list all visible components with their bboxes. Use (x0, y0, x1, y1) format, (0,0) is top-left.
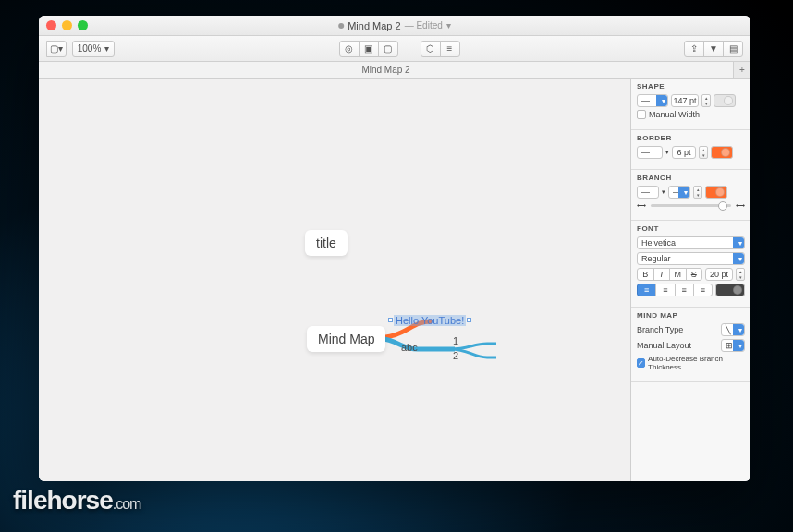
medium-button[interactable]: M (669, 268, 687, 281)
node-abc[interactable]: abc (401, 342, 418, 353)
watermark-name: filehorse (13, 486, 113, 514)
shape-color-swatch[interactable] (714, 94, 736, 107)
title-text: Mind Map 2 (348, 20, 400, 31)
branch-type-select[interactable]: ╲ (721, 323, 745, 336)
branch-style-select[interactable]: — (637, 186, 659, 199)
inspector-panel: SHAPE — 147 pt ▴▾ Manual Width BORDER — … (630, 79, 750, 481)
border-section: BORDER — ▾ 6 pt ▴▾ (631, 130, 750, 170)
italic-button[interactable]: I (653, 268, 671, 281)
node-2[interactable]: 2 (453, 350, 458, 361)
zoom-value: 100% (78, 43, 102, 54)
font-color-swatch[interactable] (715, 284, 745, 296)
border-color-swatch[interactable] (711, 146, 733, 159)
view-mode-segment: ▢▾ (46, 41, 67, 57)
node-selected[interactable]: Hello YouTube! (394, 315, 466, 326)
node-1[interactable]: 1 (453, 335, 458, 346)
manual-width-checkbox[interactable] (637, 110, 646, 119)
font-section: FONT Helvetica Regular B I M S 20 pt ▴▾ (631, 221, 750, 308)
manual-layout-label: Manual Layout (637, 341, 718, 350)
font-title: FONT (637, 224, 745, 233)
node-root[interactable]: Mind Map (307, 326, 385, 352)
app-window: Mind Map 2 — Edited ▾ ▢▾ 100% ▾ ◎ ▣ ▢ ⬡ … (39, 16, 750, 481)
font-family-select[interactable]: Helvetica (637, 236, 745, 249)
focus-button[interactable]: ◎ (339, 41, 360, 57)
bold-button[interactable]: B (637, 268, 654, 281)
add-tab-button[interactable]: + (734, 62, 750, 78)
view-menu-button[interactable]: ▢▾ (46, 41, 67, 57)
traffic-lights (46, 20, 88, 30)
node-title[interactable]: title (305, 230, 348, 256)
chevron-down-icon: ▾ (104, 43, 109, 54)
edited-label: — Edited (405, 20, 443, 30)
minimize-icon[interactable] (62, 20, 72, 30)
branch-stepper[interactable]: ▴▾ (693, 186, 702, 199)
shape-width-input[interactable]: 147 pt (671, 94, 699, 107)
auto-decrease-label: Auto-Decrease Branch Thickness (648, 355, 745, 371)
font-size-input[interactable]: 20 pt (705, 268, 733, 281)
image-button[interactable]: ▢ (378, 41, 398, 57)
content-area: title Mind Map Hello YouTube! abc 1 2 SH… (39, 79, 750, 481)
branch-thickness-slider[interactable] (651, 204, 731, 207)
mindmap-section: MIND MAP Branch Type ╲ Manual Layout ⊞ ✓… (631, 308, 750, 382)
watermark-tld: .com (113, 496, 141, 512)
font-size-stepper[interactable]: ▴▾ (736, 268, 745, 281)
selected-text: Hello YouTube! (396, 315, 464, 326)
strike-button[interactable]: S (686, 268, 703, 281)
font-style-select[interactable]: Regular (637, 252, 745, 265)
border-pt-stepper[interactable]: ▴▾ (699, 146, 708, 159)
window-title: Mind Map 2 — Edited ▾ (338, 20, 451, 31)
resize-handle-icon[interactable] (388, 318, 393, 322)
tab-mindmap2[interactable]: Mind Map 2 (39, 62, 734, 78)
branch-title: BRANCH (637, 174, 745, 182)
shape-section: SHAPE — 147 pt ▴▾ Manual Width (631, 79, 750, 130)
share-button[interactable]: ⇪ (684, 41, 704, 57)
auto-decrease-checkbox[interactable]: ✓ (637, 358, 645, 368)
shape-title: SHAPE (637, 82, 745, 91)
mindmap-canvas[interactable]: title Mind Map Hello YouTube! abc 1 2 (39, 79, 630, 481)
branch-dash-select[interactable]: — (668, 186, 690, 199)
align-left-button[interactable]: ≡ (637, 284, 656, 296)
expand-button[interactable]: ▣ (359, 41, 379, 57)
doc-icon (338, 23, 344, 29)
branch-section: BRANCH — ▾ — ▴▾ ⟷ ⟷ (631, 170, 750, 221)
document-tabs: Mind Map 2 + (39, 62, 750, 79)
titlebar: Mind Map 2 — Edited ▾ (39, 16, 750, 36)
resize-handle-icon[interactable] (467, 318, 471, 322)
title-chevron-icon[interactable]: ▾ (446, 20, 451, 30)
mindmap-title: MIND MAP (637, 311, 745, 320)
border-title: BORDER (637, 134, 745, 142)
inspector-button[interactable]: ▼ (703, 41, 724, 57)
branch-type-label: Branch Type (637, 325, 718, 334)
align-right-button[interactable]: ≡ (675, 284, 694, 296)
shape-style-select[interactable]: — (637, 94, 668, 107)
manual-width-label: Manual Width (649, 110, 700, 119)
list-button[interactable]: ≡ (440, 41, 460, 57)
toolbar: ▢▾ 100% ▾ ◎ ▣ ▢ ⬡ ≡ ⇪ ▼ ▤ (39, 36, 750, 62)
zoom-select[interactable]: 100% ▾ (72, 41, 115, 57)
manual-layout-select[interactable]: ⊞ (721, 339, 745, 352)
zoom-icon[interactable] (78, 20, 88, 30)
branch-lines (39, 79, 630, 481)
align-center-button[interactable]: ≡ (655, 284, 675, 296)
watermark: filehorse.com (13, 486, 140, 515)
align-justify-button[interactable]: ≡ (693, 284, 713, 296)
border-pt-input[interactable]: 6 pt (672, 146, 696, 159)
shape-width-stepper[interactable]: ▴▾ (702, 94, 711, 107)
border-style-select[interactable]: — (637, 146, 663, 159)
hierarchy-button[interactable]: ⬡ (421, 41, 441, 57)
close-icon[interactable] (46, 20, 56, 30)
panels-button[interactable]: ▤ (723, 41, 743, 57)
branch-color-swatch[interactable] (705, 186, 727, 199)
